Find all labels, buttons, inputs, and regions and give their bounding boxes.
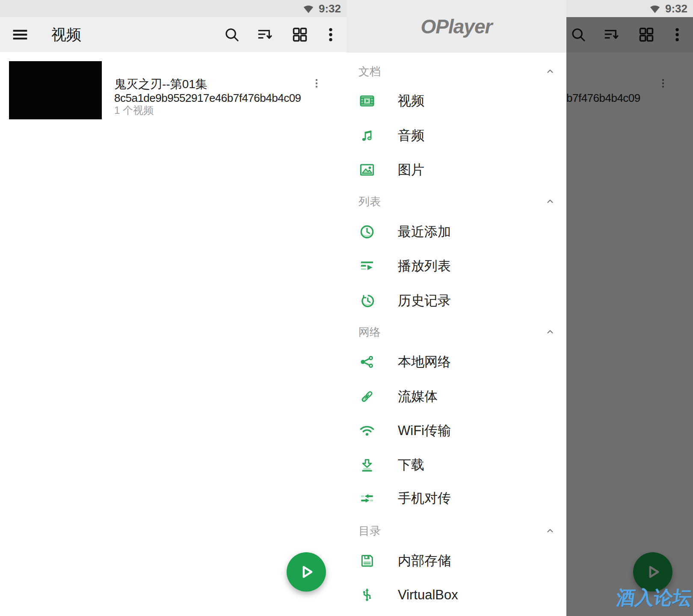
drawer-item-playlists[interactable]: 播放列表 xyxy=(346,252,566,280)
chevron-up-icon[interactable] xyxy=(545,327,555,337)
status-bar: 9:32 xyxy=(0,0,346,17)
play-fab[interactable] xyxy=(287,552,326,592)
drawer-item-phone-transfer[interactable]: 手机对传 xyxy=(346,485,566,512)
drawer-item-label: 内部存储 xyxy=(398,552,451,570)
screen-video-list: 9:32 视频 鬼灭之刃--第01集 8c5a1de9b9552917e46b7… xyxy=(0,0,346,616)
section-label: 文档 xyxy=(358,64,381,79)
drawer-item-recently-added[interactable]: 最近添加 xyxy=(346,218,566,246)
oplayer-screenshot: 9:32 视频 鬼灭之刃--第01集 8c5a1de9b9552917e46b7… xyxy=(0,0,693,616)
drawer-section-documents[interactable]: 文档 xyxy=(346,61,566,82)
drawer-item-label: 视频 xyxy=(398,92,424,110)
sort-icon[interactable] xyxy=(257,26,274,43)
drawer-item-label: WiFi传输 xyxy=(398,422,451,440)
navigation-drawer: OPlayer 文档 视频 音频 图片 列表 xyxy=(346,0,566,616)
usb-icon xyxy=(358,586,376,604)
watermark: 酒入论坛 xyxy=(615,585,693,610)
chevron-up-icon[interactable] xyxy=(545,526,555,536)
drawer-item-virtualbox[interactable]: VirtualBox xyxy=(346,581,566,609)
video-icon xyxy=(358,92,376,110)
history-icon xyxy=(358,292,376,309)
drawer-item-label: VirtualBox xyxy=(398,587,458,603)
wifi-status-icon xyxy=(649,2,661,15)
video-thumbnail xyxy=(9,61,102,119)
drawer-item-audio[interactable]: 音频 xyxy=(346,122,566,149)
status-time: 9:32 xyxy=(665,2,687,15)
drawer-item-internal-storage[interactable]: 内部存储 xyxy=(346,547,566,575)
audio-icon xyxy=(358,127,376,144)
video-count: 1 个视频 xyxy=(114,104,154,117)
status-time: 9:32 xyxy=(319,2,341,15)
chevron-up-icon[interactable] xyxy=(545,67,555,76)
chevron-up-icon[interactable] xyxy=(545,197,555,206)
drawer-item-streaming[interactable]: 流媒体 xyxy=(346,383,566,410)
screen-drawer-open: b7f476b4b4c09 9:32 OPlayer 文档 视频 xyxy=(346,0,693,616)
local-network-icon xyxy=(358,353,376,370)
stream-link-icon xyxy=(358,388,376,405)
drawer-item-videos[interactable]: 视频 xyxy=(346,87,566,115)
drawer-item-label: 最近添加 xyxy=(398,223,451,241)
section-label: 目录 xyxy=(358,524,381,539)
video-title: 鬼灭之刃--第01集 xyxy=(114,76,207,92)
image-icon xyxy=(358,161,376,178)
recent-icon xyxy=(358,223,376,240)
app-logo: OPlayer xyxy=(421,15,492,38)
item-more-vert-icon[interactable] xyxy=(311,73,322,94)
drawer-section-directories[interactable]: 目录 xyxy=(346,521,566,541)
drawer-item-label: 手机对传 xyxy=(398,489,451,507)
drawer-item-images[interactable]: 图片 xyxy=(346,156,566,184)
section-label: 网络 xyxy=(358,325,381,340)
drawer-item-label: 历史记录 xyxy=(398,292,451,310)
drawer-item-label: 图片 xyxy=(398,161,424,179)
drawer-item-history[interactable]: 历史记录 xyxy=(346,287,566,314)
phone-transfer-icon xyxy=(358,490,376,507)
drawer-item-download[interactable]: 下载 xyxy=(346,451,566,479)
drawer-item-label: 播放列表 xyxy=(398,257,451,275)
search-icon[interactable] xyxy=(223,26,240,43)
wifi-icon xyxy=(358,422,376,439)
drawer-section-lists[interactable]: 列表 xyxy=(346,191,566,212)
play-icon xyxy=(294,560,319,584)
download-icon xyxy=(358,456,376,474)
drawer-item-label: 音频 xyxy=(398,127,424,145)
playlist-icon xyxy=(358,258,376,275)
section-label: 列表 xyxy=(358,194,381,209)
wifi-status-icon xyxy=(302,2,315,15)
page-title: 视频 xyxy=(51,25,81,45)
drawer-item-label: 本地网络 xyxy=(398,353,451,371)
drawer-item-label: 下载 xyxy=(398,456,424,474)
menu-icon[interactable] xyxy=(12,26,29,43)
drawer-item-label: 流媒体 xyxy=(398,388,438,406)
internal-storage-icon xyxy=(358,552,376,569)
more-vert-icon[interactable] xyxy=(322,26,339,43)
video-hash: 8c5a1de9b9552917e46b7f476b4b4c09 xyxy=(114,92,301,105)
toolbar: 视频 xyxy=(0,17,346,52)
drawer-section-network[interactable]: 网络 xyxy=(346,322,566,342)
drawer-item-local-network[interactable]: 本地网络 xyxy=(346,348,566,376)
grid-view-icon[interactable] xyxy=(291,26,308,43)
drawer-item-wifi-transfer[interactable]: WiFi传输 xyxy=(346,417,566,444)
drawer-header: OPlayer xyxy=(346,0,566,53)
